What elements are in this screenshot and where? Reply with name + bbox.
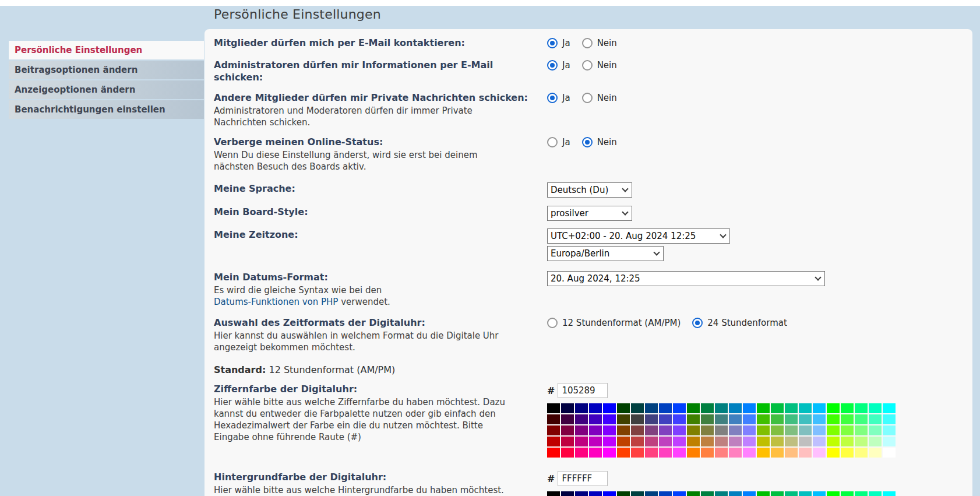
palette-swatch[interactable] [869,425,882,435]
palette-swatch[interactable] [883,437,896,446]
palette-swatch[interactable] [645,437,658,446]
palette-swatch[interactable] [561,425,574,435]
palette-swatch[interactable] [799,425,812,435]
palette-swatch[interactable] [841,437,854,446]
palette-swatch[interactable] [855,491,868,496]
palette-swatch[interactable] [715,425,728,435]
palette-swatch[interactable] [799,414,812,424]
palette-swatch[interactable] [589,491,602,496]
palette-swatch[interactable] [547,491,560,496]
hide-online-yes-radio[interactable] [547,137,558,147]
palette-swatch[interactable] [841,403,854,413]
palette-swatch[interactable] [589,414,602,424]
palette-swatch[interactable] [785,403,798,413]
palette-swatch[interactable] [827,437,840,446]
palette-swatch[interactable] [547,437,560,446]
palette-swatch[interactable] [687,414,700,424]
timezone-offset-select[interactable]: UTC+02:00 - 20. Aug 2024 12:25 [547,228,730,244]
palette-swatch[interactable] [575,448,588,458]
palette-swatch[interactable] [645,491,658,496]
palette-swatch[interactable] [813,414,826,424]
palette-swatch[interactable] [617,425,630,435]
palette-swatch[interactable] [631,491,644,496]
palette-swatch[interactable] [855,448,868,458]
palette-swatch[interactable] [729,403,742,413]
palette-swatch[interactable] [813,448,826,458]
palette-swatch[interactable] [827,491,840,496]
palette-swatch[interactable] [771,414,784,424]
hide-online-yes-label[interactable]: Ja [562,137,570,147]
palette-swatch[interactable] [617,491,630,496]
palette-swatch[interactable] [869,448,882,458]
palette-swatch[interactable] [673,491,686,496]
digit-color-input[interactable] [558,383,608,398]
palette-swatch[interactable] [645,448,658,458]
palette-swatch[interactable] [799,403,812,413]
palette-swatch[interactable] [631,425,644,435]
palette-swatch[interactable] [701,491,714,496]
palette-swatch[interactable] [561,403,574,413]
board-style-select[interactable]: prosilver [547,206,632,221]
palette-swatch[interactable] [645,425,658,435]
palette-swatch[interactable] [841,491,854,496]
palette-swatch[interactable] [743,414,756,424]
palette-swatch[interactable] [589,425,602,435]
private-messages-no-radio[interactable] [582,93,593,103]
palette-swatch[interactable] [855,437,868,446]
email-contact-yes-label[interactable]: Ja [562,38,570,48]
palette-swatch[interactable] [575,491,588,496]
palette-swatch[interactable] [757,414,770,424]
palette-swatch[interactable] [785,437,798,446]
palette-swatch[interactable] [673,448,686,458]
palette-swatch[interactable] [799,448,812,458]
palette-swatch[interactable] [757,437,770,446]
palette-swatch[interactable] [589,437,602,446]
admin-email-yes-radio[interactable] [547,60,558,71]
palette-swatch[interactable] [771,425,784,435]
palette-swatch[interactable] [827,448,840,458]
palette-swatch[interactable] [855,414,868,424]
palette-swatch[interactable] [715,414,728,424]
palette-swatch[interactable] [603,425,616,435]
palette-swatch[interactable] [883,491,896,496]
palette-swatch[interactable] [673,437,686,446]
palette-swatch[interactable] [771,403,784,413]
palette-swatch[interactable] [883,414,896,424]
palette-swatch[interactable] [687,403,700,413]
palette-swatch[interactable] [575,437,588,446]
php-date-functions-link[interactable]: Datums-Funktionen von PHP [214,297,338,307]
palette-swatch[interactable] [603,491,616,496]
palette-swatch[interactable] [561,491,574,496]
palette-swatch[interactable] [701,403,714,413]
palette-swatch[interactable] [855,425,868,435]
sidebar-item-2[interactable]: Anzeigeoptionen ändern [9,80,204,99]
palette-swatch[interactable] [883,448,896,458]
palette-swatch[interactable] [631,414,644,424]
palette-swatch[interactable] [757,425,770,435]
date-format-select[interactable]: 20. Aug 2024, 12:25 [547,271,825,286]
palette-swatch[interactable] [603,437,616,446]
palette-swatch[interactable] [883,403,896,413]
palette-swatch[interactable] [687,437,700,446]
palette-swatch[interactable] [631,403,644,413]
clock-format-12h-label[interactable]: 12 Stundenformat (AM/PM) [562,318,681,328]
palette-swatch[interactable] [743,425,756,435]
palette-swatch[interactable] [729,448,742,458]
private-messages-yes-label[interactable]: Ja [562,93,570,103]
palette-swatch[interactable] [575,425,588,435]
palette-swatch[interactable] [701,437,714,446]
palette-swatch[interactable] [645,403,658,413]
palette-swatch[interactable] [659,425,672,435]
palette-swatch[interactable] [631,437,644,446]
palette-swatch[interactable] [575,414,588,424]
palette-swatch[interactable] [687,448,700,458]
palette-swatch[interactable] [869,437,882,446]
palette-swatch[interactable] [687,491,700,496]
clock-format-24h-radio[interactable] [692,318,703,328]
hide-online-no-radio[interactable] [582,137,593,147]
palette-swatch[interactable] [841,414,854,424]
palette-swatch[interactable] [729,437,742,446]
palette-swatch[interactable] [785,414,798,424]
palette-swatch[interactable] [617,403,630,413]
palette-swatch[interactable] [547,403,560,413]
